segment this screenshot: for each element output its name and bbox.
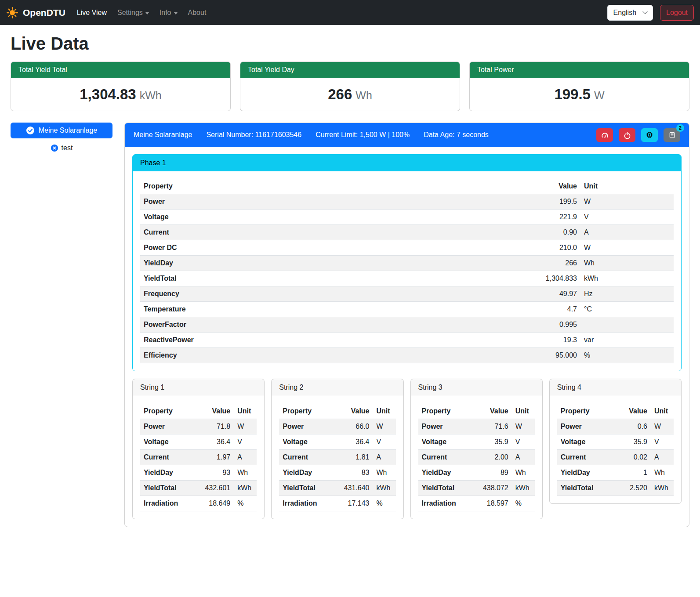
property-value: 221.9	[515, 210, 580, 225]
property-value: 66.0	[341, 419, 373, 434]
summary-card-body: 266Wh	[240, 78, 460, 111]
property-name: ReactivePower	[140, 333, 515, 348]
col-unit: Unit	[512, 404, 535, 419]
inverter-card-header: Meine Solaranlage Serial Number: 1161716…	[125, 123, 689, 147]
property-name: Irradiation	[418, 496, 479, 511]
navbar-right: English Logout	[607, 5, 694, 21]
string-row: Irradiation 18.597 %	[418, 496, 535, 511]
inverter-select-button[interactable]: Meine Solaranlage	[11, 123, 112, 138]
property-value: 4.7	[515, 302, 580, 317]
property-unit: %	[234, 496, 257, 511]
property-value: 89	[479, 465, 512, 481]
inverter-item-test-label: test	[62, 144, 73, 152]
phase-table: Property Value Unit Power 199.5 W	[140, 179, 674, 363]
chevron-down-icon	[642, 9, 647, 14]
journal-icon	[668, 131, 676, 139]
property-unit: var	[580, 333, 674, 348]
string-row: Voltage 35.9 V	[418, 434, 535, 450]
nav-info-dropdown[interactable]: Info	[154, 5, 183, 20]
property-unit: A	[580, 225, 674, 240]
property-name: Irradiation	[279, 496, 340, 511]
property-value: 83	[341, 465, 373, 481]
property-unit: kWh	[580, 271, 674, 286]
sun-icon	[6, 6, 19, 19]
power-toggle-button[interactable]	[619, 128, 635, 142]
dropdown-caret-icon	[145, 12, 149, 14]
string-title: String 1	[133, 379, 264, 396]
property-unit: V	[234, 434, 257, 450]
string-card-2: String 2 Property Value Unit	[271, 379, 403, 519]
string-title: String 2	[272, 379, 403, 396]
string-row: YieldDay 89 Wh	[418, 465, 535, 481]
property-value: 438.072	[479, 481, 512, 496]
property-name: Current	[140, 225, 515, 240]
nav-live-view[interactable]: Live View	[72, 5, 112, 20]
string-row: YieldDay 83 Wh	[279, 465, 395, 481]
device-info-button[interactable]	[641, 128, 658, 142]
col-property: Property	[279, 404, 340, 419]
nav-about[interactable]: About	[183, 5, 212, 20]
col-value: Value	[201, 404, 234, 419]
limit-settings-button[interactable]	[596, 128, 613, 142]
property-name: YieldDay	[140, 256, 515, 271]
property-unit: Wh	[580, 256, 674, 271]
logout-button[interactable]: Logout	[660, 5, 694, 21]
summary-card-unit: W	[594, 89, 605, 101]
phase-row: Power DC 210.0 W	[140, 240, 674, 256]
property-unit: A	[234, 450, 257, 465]
string-card-3: String 3 Property Value Unit	[410, 379, 543, 519]
x-circle-icon	[51, 144, 58, 152]
string-table-header: Property Value Unit	[140, 404, 257, 419]
property-unit: W	[373, 419, 396, 434]
property-value: 0.90	[515, 225, 580, 240]
phase-row: Power 199.5 W	[140, 194, 674, 210]
events-count-badge: 2	[676, 124, 684, 132]
property-value: 36.4	[341, 434, 373, 450]
property-name: YieldTotal	[140, 481, 201, 496]
string-row: Current 1.97 A	[140, 450, 257, 465]
property-value: 0.02	[619, 450, 651, 465]
property-value: 199.5	[515, 194, 580, 210]
property-value: 71.8	[201, 419, 234, 434]
string-row: Power 0.6 W	[557, 419, 674, 434]
string-table-header: Property Value Unit	[418, 404, 535, 419]
property-value: 95.000	[515, 348, 580, 363]
gauge-icon	[601, 131, 609, 139]
nav-settings-dropdown[interactable]: Settings	[112, 5, 154, 20]
phase-row: PowerFactor 0.995	[140, 317, 674, 333]
property-name: YieldTotal	[140, 271, 515, 286]
property-unit: A	[512, 450, 535, 465]
property-name: Voltage	[140, 210, 515, 225]
language-select[interactable]: English	[607, 5, 653, 21]
property-value: 0.6	[619, 419, 651, 434]
string-row: Power 71.8 W	[140, 419, 257, 434]
string-row: YieldDay 1 Wh	[557, 465, 674, 481]
property-value: 1,304.833	[515, 271, 580, 286]
property-name: Power	[418, 419, 479, 434]
property-unit: W	[234, 419, 257, 434]
phase-row: YieldDay 266 Wh	[140, 256, 674, 271]
inverter-item-test[interactable]: test	[11, 144, 112, 152]
inverter-select-label: Meine Solaranlage	[39, 127, 97, 134]
string-row: Power 71.6 W	[418, 419, 535, 434]
property-unit: V	[651, 434, 674, 450]
string-row: Voltage 36.4 V	[279, 434, 395, 450]
string-row: YieldTotal 432.601 kWh	[140, 481, 257, 496]
property-name: YieldDay	[279, 465, 340, 481]
inverter-actions: 2	[596, 128, 680, 142]
string-title: String 3	[411, 379, 542, 396]
string-row: Irradiation 17.143 %	[279, 496, 395, 511]
property-value: 2.00	[479, 450, 512, 465]
nav-about-label: About	[188, 9, 207, 17]
events-button[interactable]: 2	[664, 128, 680, 142]
string-row: Current 1.81 A	[279, 450, 395, 465]
col-unit: Unit	[651, 404, 674, 419]
app-brand: OpenDTU	[6, 6, 65, 19]
summary-card-title: Total Yield Day	[240, 62, 460, 78]
col-unit: Unit	[580, 179, 674, 194]
property-name: Irradiation	[140, 496, 201, 511]
property-unit: Wh	[651, 465, 674, 481]
cpu-icon	[646, 131, 653, 139]
col-value: Value	[341, 404, 373, 419]
property-name: Current	[418, 450, 479, 465]
